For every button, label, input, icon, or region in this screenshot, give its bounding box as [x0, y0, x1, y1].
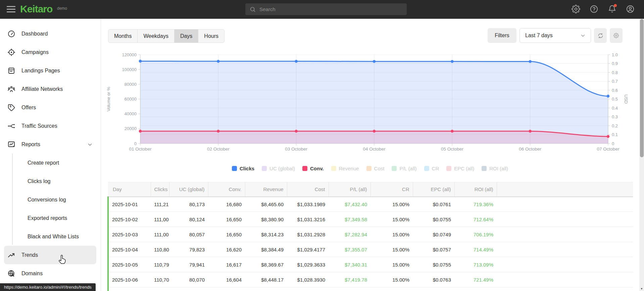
cell-cost: $1,028.3930 — [287, 272, 329, 287]
table-row: 2025-10-05110,7979,94116,617$8,369.67$1,… — [108, 257, 633, 272]
legend-label: Revenue — [339, 166, 359, 171]
table-row: 2025-10-0711,4011,4572,449$1,233.34$517.… — [108, 287, 633, 291]
search-box[interactable] — [245, 3, 407, 15]
column-header-filler — [497, 182, 633, 197]
cell-pl-all: $7,432.40 — [329, 197, 370, 212]
cell-uc-global: 80,124 — [169, 212, 208, 227]
sidebar-item-landings-pages[interactable]: Landings Pages — [4, 61, 96, 80]
svg-text:0: 0 — [612, 141, 614, 146]
column-header-epc-all[interactable]: EPC (all) — [413, 182, 454, 197]
tab-days[interactable]: Days — [175, 30, 198, 43]
tab-weekdays[interactable]: Weekdays — [138, 30, 174, 43]
legend-item-cost[interactable]: Cost — [366, 166, 385, 171]
filters-button[interactable]: Filters — [488, 28, 516, 43]
legend-item-uc-global[interactable]: UC (global) — [262, 166, 295, 171]
column-header-revenue[interactable]: Revenue — [245, 182, 287, 197]
sidebar-item-reports[interactable]: Reports — [4, 135, 96, 154]
top-bar: Keitaro demo — [0, 0, 644, 19]
legend-swatch — [232, 166, 237, 171]
cell-epc-all: $0.0757 — [413, 242, 454, 257]
cell-pl-all: $7,355.07 — [329, 242, 370, 257]
tab-hours[interactable]: Hours — [198, 30, 224, 43]
svg-text:0.3: 0.3 — [612, 114, 618, 119]
legend-item-cr[interactable]: CR — [424, 166, 439, 171]
help-icon[interactable] — [590, 5, 598, 13]
cell-epc-all: $0.0749 — [413, 227, 454, 242]
scrollbar-thumb[interactable] — [640, 19, 644, 157]
cell-day: 2025-10-03 — [108, 227, 151, 242]
cell-pl-all: $7,282.94 — [329, 227, 370, 242]
toolbar-controls: Filters Last 7 days — [488, 28, 623, 43]
sidebar-item-clicks-log[interactable]: Clicks log — [4, 172, 96, 190]
settings-icon[interactable] — [572, 5, 580, 13]
legend-swatch — [482, 166, 487, 171]
cell-conv: 16,680 — [208, 197, 245, 212]
column-header-uc-global[interactable]: UC (global) — [169, 182, 208, 197]
svg-text:06 October: 06 October — [519, 147, 541, 152]
cell-roi-all: 719.36% — [454, 197, 497, 212]
svg-text:120000: 120000 — [122, 52, 137, 57]
sidebar-item-dashboard[interactable]: Dashboard — [4, 24, 96, 43]
menu-toggle-icon[interactable] — [7, 6, 15, 13]
legend-label: EPC (all) — [454, 166, 474, 171]
sidebar-item-traffic-sources[interactable]: Traffic Sources — [4, 117, 96, 135]
sidebar-item-affiliate-networks[interactable]: Affiliate Networks — [4, 80, 96, 98]
sidebar-item-trends[interactable]: Trends — [4, 246, 96, 264]
legend-swatch — [392, 166, 397, 171]
period-dropdown[interactable]: Last 7 days — [519, 28, 591, 43]
trends-chart[interactable]: 02000040000600008000010000012000000.10.2… — [104, 47, 636, 161]
legend-item-epc-all[interactable]: EPC (all) — [446, 166, 474, 171]
tab-months[interactable]: Months — [108, 30, 138, 43]
brand-logo[interactable]: Keitaro — [20, 3, 52, 15]
column-header-roi-all[interactable]: ROI (all) — [454, 182, 497, 197]
notification-badge — [614, 4, 617, 7]
svg-text:07 October: 07 October — [597, 147, 620, 152]
refresh-button[interactable] — [594, 28, 607, 43]
period-value: Last 7 days — [525, 33, 553, 39]
user-avatar-icon[interactable] — [626, 5, 635, 13]
sidebar-item-exported-reports[interactable]: Exported reports — [4, 209, 96, 227]
scroll-down-arrow[interactable]: ▼ — [639, 286, 644, 291]
svg-text:0: 0 — [134, 141, 137, 146]
legend-item-roi-all[interactable]: ROI (all) — [482, 166, 508, 171]
svg-text:01 October: 01 October — [129, 147, 152, 152]
cell-cost: $1,031.2928 — [287, 227, 329, 242]
search-input[interactable] — [259, 6, 403, 12]
sidebar: Dashboard Campaigns Landings Pages Affil… — [0, 19, 101, 291]
legend-swatch — [366, 166, 371, 171]
sidebar-item-domains[interactable]: Domains — [4, 264, 96, 283]
sidebar-item-black-and-white-lists[interactable]: Black and White Lists — [4, 227, 96, 246]
legend-item-conv[interactable]: Conv. — [302, 166, 324, 171]
column-header-cost[interactable]: Cost — [287, 182, 329, 197]
cell-conv: 16,650 — [208, 227, 245, 242]
domains-icon — [7, 270, 15, 278]
column-header-cr[interactable]: CR — [370, 182, 413, 197]
svg-text:02 October: 02 October — [207, 147, 230, 152]
column-header-clicks[interactable]: Clicks — [151, 182, 169, 197]
column-header-pl-all[interactable]: P/L (all) — [329, 182, 370, 197]
column-header-day[interactable]: Day — [108, 182, 151, 197]
sidebar-item-create-report[interactable]: Create report — [4, 154, 96, 172]
cell-uc-global: 80,057 — [169, 227, 208, 242]
page-scrollbar[interactable]: ▼ — [639, 19, 644, 291]
column-header-conv[interactable]: Conv. — [208, 182, 245, 197]
sidebar-item-campaigns[interactable]: Campaigns — [4, 43, 96, 61]
trends-icon — [7, 251, 15, 259]
cell-day: 2025-10-04 — [108, 242, 151, 257]
table-row: 2025-10-02111,0080,12416,650$8,380.90$1,… — [108, 212, 633, 227]
legend-item-clicks[interactable]: Clicks — [232, 166, 254, 171]
svg-text:1.0: 1.0 — [612, 52, 618, 57]
notifications-bell-icon[interactable] — [608, 5, 616, 13]
sidebar-item-offers[interactable]: $ Offers — [4, 98, 96, 117]
cell-day: 2025-10-06 — [108, 272, 151, 287]
cell-cost: $517.0000 — [287, 287, 329, 291]
cell-roi-all: 713.09% — [454, 257, 497, 272]
cell-cr: 15.00% — [370, 287, 413, 291]
sidebar-item-conversions-log[interactable]: Conversions log — [4, 190, 96, 209]
cell-cost: $1,031.3216 — [287, 212, 329, 227]
legend-item-p-l-all[interactable]: P/L (all) — [392, 166, 416, 171]
legend-item-revenue[interactable]: Revenue — [331, 166, 359, 171]
chart-settings-button[interactable] — [610, 28, 623, 43]
svg-text:Volume or %: Volume or % — [106, 86, 111, 111]
svg-text:05 October: 05 October — [441, 147, 463, 152]
